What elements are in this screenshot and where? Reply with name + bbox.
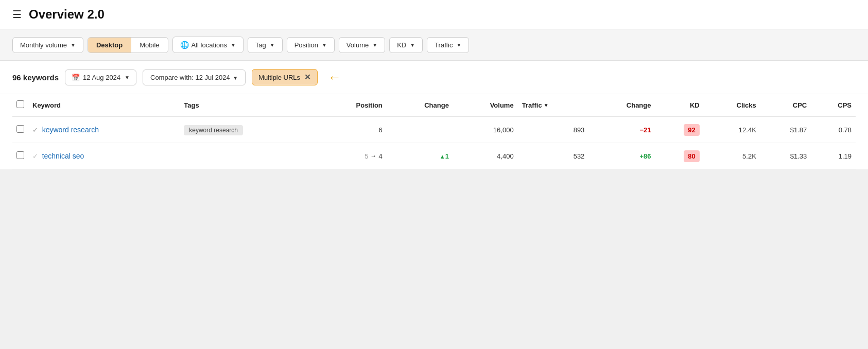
monthly-volume-filter[interactable]: Monthly volume ▼ <box>12 37 83 53</box>
volume-filter[interactable]: Volume ▼ <box>339 37 385 53</box>
cps-column-header: CPS <box>811 94 856 116</box>
tag-badge: keyword research <box>184 125 243 135</box>
row-checkbox-cell <box>12 116 28 143</box>
page-title: Overview 2.0 <box>29 7 105 22</box>
clicks-cell: 12.4K <box>704 116 760 143</box>
caret-icon: ▼ <box>71 42 76 48</box>
cps-cell: 0.78 <box>811 116 856 143</box>
position-cell: 5 → 4 <box>316 143 386 169</box>
toolbar: Monthly volume ▼ Desktop Mobile 🌐 All lo… <box>0 29 868 61</box>
check-icon: ✓ <box>32 126 38 134</box>
kd-badge: 92 <box>684 124 699 136</box>
select-all-header <box>12 94 28 116</box>
position-cell: 6 <box>316 116 386 143</box>
keyword-column-header: Keyword <box>28 94 180 116</box>
table-row: ✓ technical seo 5 → 4 ▲1 4,400 <box>12 143 856 169</box>
check-icon: ✓ <box>32 152 38 160</box>
globe-icon: 🌐 <box>180 41 189 49</box>
main-content: 96 keywords 📅 12 Aug 2024 ▼ Compare with… <box>0 61 868 169</box>
cpc-cell: $1.87 <box>760 116 811 143</box>
kd-cell: 80 <box>655 143 703 169</box>
table-header-row: Keyword Tags Position Change Volume Traf… <box>12 94 856 116</box>
kd-column-header: KD <box>655 94 703 116</box>
keywords-table: Keyword Tags Position Change Volume Traf… <box>12 94 856 169</box>
row-checkbox[interactable] <box>16 151 24 159</box>
volume-cell: 4,400 <box>453 143 518 169</box>
tag-filter[interactable]: Tag ▼ <box>248 37 283 53</box>
caret-icon: ▼ <box>231 42 236 48</box>
caret-icon: ▼ <box>233 75 238 81</box>
kd-cell: 92 <box>655 116 703 143</box>
volume-cell: 16,000 <box>453 116 518 143</box>
clicks-cell: 5.2K <box>704 143 760 169</box>
device-toggle: Desktop Mobile <box>88 37 168 53</box>
close-icon[interactable]: ✕ <box>304 73 311 82</box>
traffic-filter[interactable]: Traffic ▼ <box>427 37 469 53</box>
pos-from: 5 <box>364 152 368 160</box>
date-picker[interactable]: 📅 12 Aug 2024 ▼ <box>65 69 136 85</box>
tags-column-header: Tags <box>180 94 316 116</box>
row-checkbox[interactable] <box>16 125 24 133</box>
traffic-column-header[interactable]: Traffic ▼ <box>518 94 589 116</box>
caret-icon: ▼ <box>457 42 462 48</box>
cps-cell: 1.19 <box>811 143 856 169</box>
arrow-indicator: ← <box>328 69 341 85</box>
keywords-count: 96 keywords <box>12 73 59 82</box>
row-checkbox-cell <box>12 143 28 169</box>
volume-column-header: Volume <box>453 94 518 116</box>
keyword-cell: ✓ technical seo <box>28 143 180 169</box>
desktop-button[interactable]: Desktop <box>88 38 131 53</box>
tags-cell <box>180 143 316 169</box>
change-cell: ▲1 <box>387 143 453 169</box>
caret-icon: ▼ <box>322 42 327 48</box>
traffic-change-column-header: Change <box>588 94 655 116</box>
triangle-up-icon: ▲ <box>440 153 445 160</box>
multiple-urls-badge: Multiple URLs ✕ <box>252 69 318 85</box>
caret-icon: ▼ <box>125 75 130 80</box>
keyword-link[interactable]: keyword research <box>42 126 99 134</box>
keyword-cell: ✓ keyword research <box>28 116 180 143</box>
kd-badge: 80 <box>684 150 699 162</box>
compare-button[interactable]: Compare with: 12 Jul 2024 ▼ <box>143 69 246 85</box>
table-wrapper: Keyword Tags Position Change Volume Traf… <box>0 94 868 169</box>
sub-toolbar: 96 keywords 📅 12 Aug 2024 ▼ Compare with… <box>0 61 868 94</box>
hamburger-icon[interactable]: ☰ <box>12 8 22 21</box>
position-filter[interactable]: Position ▼ <box>287 37 335 53</box>
change-column-header: Change <box>387 94 453 116</box>
tags-cell: keyword research <box>180 116 316 143</box>
caret-icon: ▼ <box>372 42 377 48</box>
keyword-link[interactable]: technical seo <box>42 152 84 160</box>
all-locations-filter[interactable]: 🌐 All locations ▼ <box>172 37 244 53</box>
calendar-icon: 📅 <box>72 74 80 81</box>
traffic-change-cell: +86 <box>588 143 655 169</box>
pos-to: 4 <box>379 152 383 160</box>
change-cell <box>387 116 453 143</box>
clicks-column-header: Clicks <box>704 94 760 116</box>
caret-icon: ▼ <box>270 42 275 48</box>
caret-icon: ▼ <box>410 42 415 48</box>
traffic-change-cell: −21 <box>588 116 655 143</box>
cpc-cell: $1.33 <box>760 143 811 169</box>
pos-arrow: → <box>371 152 377 160</box>
header: ☰ Overview 2.0 <box>0 0 868 29</box>
select-all-checkbox[interactable] <box>16 100 24 108</box>
traffic-cell: 893 <box>518 116 589 143</box>
position-column-header: Position <box>316 94 386 116</box>
cpc-column-header: CPC <box>760 94 811 116</box>
traffic-cell: 532 <box>518 143 589 169</box>
table-row: ✓ keyword research keyword research 6 16… <box>12 116 856 143</box>
kd-filter[interactable]: KD ▼ <box>389 37 423 53</box>
mobile-button[interactable]: Mobile <box>131 38 167 53</box>
